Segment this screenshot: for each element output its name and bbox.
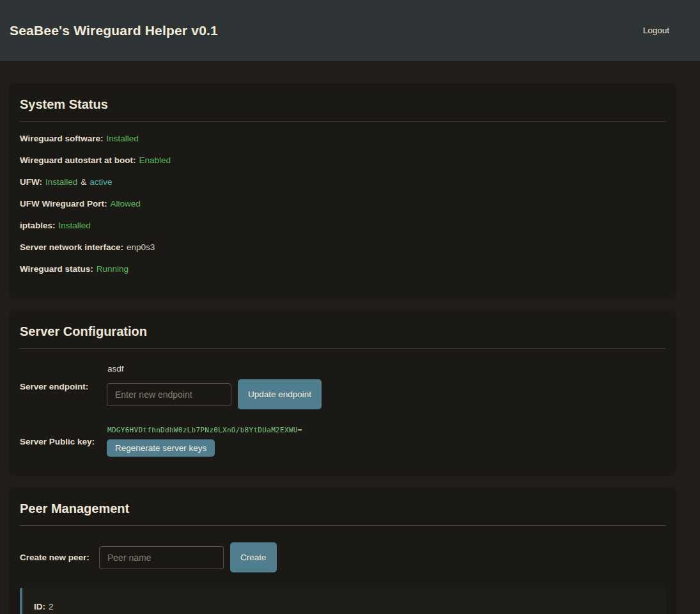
status-row-wireguard-software: Wireguard software:Installed bbox=[20, 134, 665, 143]
peer-item: ID:2 Name:asdf Public Key:ckyOHj5Bk8707g… bbox=[20, 588, 665, 614]
app-title: SeaBee's Wireguard Helper v0.1 bbox=[10, 23, 218, 38]
status-value: Installed bbox=[106, 134, 138, 143]
server-public-key-label: Server Public key: bbox=[20, 437, 107, 446]
server-endpoint-controls: asdf Update endpoint bbox=[107, 364, 322, 409]
divider bbox=[20, 525, 665, 526]
status-value: Enabled bbox=[139, 155, 171, 165]
status-row-iptables: iptables:Installed bbox=[20, 221, 665, 230]
divider bbox=[20, 348, 665, 349]
page-content: System Status Wireguard software:Install… bbox=[0, 61, 700, 614]
status-row-wireguard-status: Wireguard status:Running bbox=[20, 264, 665, 274]
create-peer-row: Create new peer: Create bbox=[20, 542, 665, 572]
server-public-key-row: Server Public key: MDGY6HVDtfhnDdhW0zLb7… bbox=[20, 426, 665, 457]
server-endpoint-label: Server endpoint: bbox=[20, 382, 107, 391]
status-value: enp0s3 bbox=[127, 242, 155, 252]
regenerate-server-keys-button[interactable]: Regenerate server keys bbox=[107, 439, 215, 457]
status-row-ufw: UFW:Installed&active bbox=[20, 177, 665, 187]
server-endpoint-row: Server endpoint: asdf Update endpoint bbox=[20, 364, 665, 409]
create-peer-label: Create new peer: bbox=[20, 553, 99, 562]
status-value: Allowed bbox=[110, 199, 140, 209]
status-value: Installed bbox=[59, 221, 91, 230]
system-status-title: System Status bbox=[20, 97, 665, 112]
peer-name-input[interactable] bbox=[99, 546, 224, 569]
peer-id-line: ID:2 bbox=[34, 602, 654, 611]
endpoint-input[interactable] bbox=[107, 383, 231, 406]
server-public-key-value: MDGY6HVDtfhnDdhW0zLb7PNz0LXnO/b8YtDUaM2E… bbox=[107, 426, 302, 434]
update-endpoint-button[interactable]: Update endpoint bbox=[238, 379, 322, 409]
status-value-secondary: active bbox=[89, 177, 112, 187]
divider bbox=[20, 121, 665, 122]
peer-management-title: Peer Management bbox=[20, 501, 665, 516]
status-row-ufw-port: UFW Wireguard Port:Allowed bbox=[20, 199, 665, 209]
status-value: Installed bbox=[45, 177, 77, 187]
status-separator: & bbox=[81, 177, 86, 187]
current-endpoint-value: asdf bbox=[107, 364, 322, 374]
status-row-autostart: Wireguard autostart at boot:Enabled bbox=[20, 155, 665, 165]
status-value: Running bbox=[97, 264, 128, 274]
server-public-key-controls: MDGY6HVDtfhnDdhW0zLb7PNz0LXnO/b8YtDUaM2E… bbox=[107, 426, 302, 457]
server-configuration-title: Server Configuration bbox=[20, 324, 665, 339]
peer-id-value: 2 bbox=[49, 602, 54, 611]
system-status-section: System Status Wireguard software:Install… bbox=[9, 83, 676, 299]
peer-management-section: Peer Management Create new peer: Create … bbox=[9, 487, 676, 614]
server-configuration-section: Server Configuration Server endpoint: as… bbox=[9, 310, 676, 476]
status-row-network-interface: Server network interface:enp0s3 bbox=[20, 242, 665, 252]
logout-link[interactable]: Logout bbox=[643, 26, 669, 35]
create-peer-button[interactable]: Create bbox=[230, 542, 277, 572]
app-header: SeaBee's Wireguard Helper v0.1 Logout bbox=[0, 0, 700, 61]
